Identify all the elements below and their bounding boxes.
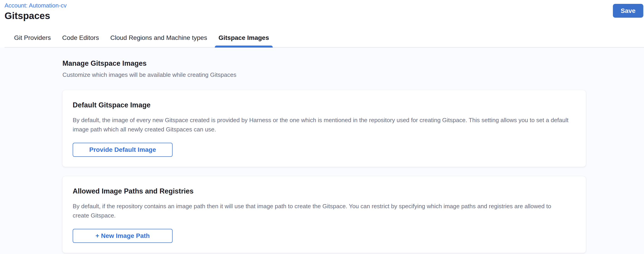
section-heading: Manage Gitspace Images: [62, 59, 644, 68]
tab-gitspace-images[interactable]: Gitspace Images: [218, 34, 270, 47]
allowed-image-paths-card: Allowed Image Paths and Registries By de…: [62, 176, 586, 253]
card-description-default-gitspace-image: By default, the image of every new Gitsp…: [73, 116, 569, 134]
section-subheading: Customize which images will be available…: [62, 71, 644, 78]
page-header: Account: Automation-cv Gitspaces Save Gi…: [0, 0, 644, 48]
tab-git-providers[interactable]: Git Providers: [14, 34, 51, 47]
tab-cloud-regions-machine-types[interactable]: Cloud Regions and Machine types: [110, 34, 208, 47]
account-breadcrumb-link[interactable]: Account: Automation-cv: [4, 2, 66, 9]
provide-default-image-button[interactable]: Provide Default Image: [73, 143, 172, 157]
tab-code-editors[interactable]: Code Editors: [62, 34, 100, 47]
default-gitspace-image-card: Default Gitspace Image By default, the i…: [62, 90, 586, 167]
settings-tabbar: Git Providers Code Editors Cloud Regions…: [4, 34, 644, 48]
card-description-allowed-image-paths: By default, if the repository contains a…: [73, 202, 569, 220]
save-button[interactable]: Save: [613, 4, 643, 18]
tab-panel-gitspace-images: Manage Gitspace Images Customize which i…: [0, 48, 644, 254]
page-title: Gitspaces: [4, 10, 644, 22]
card-title-default-gitspace-image: Default Gitspace Image: [73, 101, 576, 109]
card-title-allowed-image-paths: Allowed Image Paths and Registries: [73, 187, 576, 195]
new-image-path-button[interactable]: + New Image Path: [73, 229, 172, 243]
